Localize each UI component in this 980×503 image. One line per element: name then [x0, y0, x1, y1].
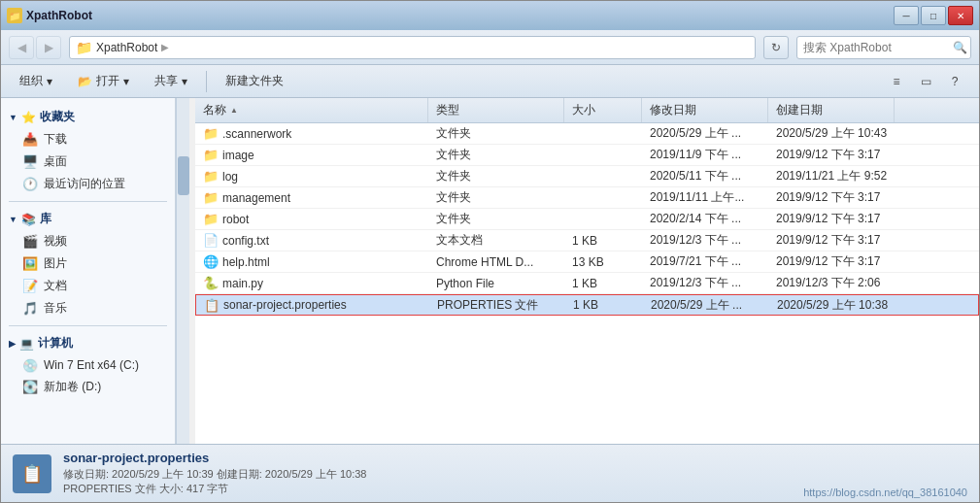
file-type-cell: 文件夹: [428, 187, 564, 208]
title-bar: 📁 XpathRobot ─ □ ✕: [1, 1, 979, 30]
open-button[interactable]: 📂 打开 ▾: [67, 69, 140, 94]
documents-label: 文档: [44, 278, 67, 294]
status-watermark: https://blog.csdn.net/qq_38161040: [803, 486, 967, 502]
drive-c-label: Win 7 Ent x64 (C:): [44, 358, 139, 372]
breadcrumb-arrow: ▶: [161, 42, 169, 52]
table-row[interactable]: 📁 image 文件夹 2019/11/9 下午 ... 2019/9/12 下…: [195, 145, 979, 166]
file-icon: 📁: [203, 148, 219, 163]
file-type-cell: 文本文档: [428, 230, 564, 251]
close-button[interactable]: ✕: [948, 6, 973, 25]
col-header-created[interactable]: 创建日期: [768, 98, 895, 122]
col-header-name[interactable]: 名称 ▲: [195, 98, 428, 122]
library-header[interactable]: ▼ 📚 库: [1, 208, 175, 230]
file-name-cell: 📁 management: [195, 187, 428, 208]
file-name-cell: 🐍 main.py: [195, 273, 428, 293]
new-folder-button[interactable]: 新建文件夹: [215, 69, 294, 94]
view-toggle-button[interactable]: ≡: [884, 70, 909, 93]
documents-icon: 📝: [22, 279, 38, 294]
file-name-cell: 📁 image: [195, 145, 428, 165]
search-box[interactable]: 🔍: [796, 36, 971, 59]
table-row[interactable]: 📁 robot 文件夹 2020/2/14 下午 ... 2019/9/12 下…: [195, 209, 979, 230]
table-row[interactable]: 📁 .scannerwork 文件夹 2020/5/29 上午 ... 2020…: [195, 123, 979, 145]
file-icon: 📄: [203, 233, 219, 249]
sidebar-item-desktop[interactable]: 🖥️ 桌面: [1, 151, 175, 173]
file-size-cell: 1 KB: [564, 230, 642, 251]
chevron-right-icon: ▼: [9, 215, 17, 224]
sidebar: ▼ ⭐ 收藏夹 📥 下载 🖥️ 桌面 🕐 最近访问的位置: [1, 98, 176, 444]
sidebar-item-drive-d[interactable]: 💽 新加卷 (D:): [1, 376, 175, 398]
file-name-cell: 📁 log: [195, 166, 428, 186]
window-title: XpathRobot: [26, 9, 92, 22]
chevron-right-icon-2: ▶: [9, 339, 16, 349]
downloads-icon: 📥: [22, 132, 38, 148]
table-row[interactable]: 🐍 main.py Python File 1 KB 2019/12/3 下午 …: [195, 273, 979, 294]
status-filename: sonar-project.properties: [63, 451, 792, 465]
refresh-button[interactable]: ↻: [763, 36, 789, 59]
file-icon: 📁: [203, 190, 219, 206]
col-header-size[interactable]: 大小: [564, 98, 642, 122]
table-row[interactable]: 📁 management 文件夹 2019/11/11 上午... 2019/9…: [195, 187, 979, 209]
sidebar-item-documents[interactable]: 📝 文档: [1, 275, 175, 297]
file-created-cell: 2020/5/29 上午 10:43: [768, 123, 895, 144]
file-icon: 🐍: [203, 276, 219, 291]
file-size-cell: [564, 166, 642, 186]
status-details-2: PROPERTIES 文件 大小: 417 字节: [63, 482, 792, 496]
col-header-type[interactable]: 类型: [428, 98, 564, 122]
drive-c-icon: 💿: [22, 357, 38, 373]
file-modified-cell: 2019/12/3 下午 ...: [642, 230, 768, 251]
toolbar-separator: [206, 71, 207, 92]
recent-label: 最近访问的位置: [44, 176, 125, 192]
sidebar-item-music[interactable]: 🎵 音乐: [1, 297, 175, 319]
pictures-icon: 🖼️: [22, 256, 38, 272]
table-row[interactable]: 📋 sonar-project.properties PROPERTIES 文件…: [195, 294, 979, 316]
table-row[interactable]: 📁 log 文件夹 2020/5/11 下午 ... 2019/11/21 上午…: [195, 166, 979, 187]
minimize-button[interactable]: ─: [894, 6, 919, 25]
favorites-section: ▼ ⭐ 收藏夹 📥 下载 🖥️ 桌面 🕐 最近访问的位置: [1, 106, 175, 195]
share-button[interactable]: 共享 ▾: [144, 69, 198, 94]
file-size-cell: 1 KB: [564, 273, 642, 293]
file-icon: 📋: [204, 297, 220, 313]
file-type-cell: 文件夹: [428, 123, 564, 144]
favorites-icon: ⭐: [21, 111, 36, 124]
organize-button[interactable]: 组织 ▾: [9, 69, 63, 94]
preview-pane-button[interactable]: ▭: [913, 70, 938, 93]
file-type-cell: PROPERTIES 文件: [429, 295, 565, 315]
search-input[interactable]: [803, 41, 949, 54]
file-created-cell: 2019/12/3 下午 2:06: [768, 273, 895, 293]
breadcrumb[interactable]: 📁 XpathRobot ▶: [69, 36, 756, 59]
open-label: 打开: [96, 73, 119, 89]
computer-label: 计算机: [38, 335, 73, 352]
sidebar-item-drive-c[interactable]: 💿 Win 7 Ent x64 (C:): [1, 354, 175, 376]
restore-button[interactable]: □: [921, 6, 946, 25]
sidebar-scroll-thumb[interactable]: [178, 156, 189, 195]
favorites-header[interactable]: ▼ ⭐ 收藏夹: [1, 106, 175, 128]
window-controls: ─ □ ✕: [894, 6, 973, 25]
library-icon: 📚: [21, 213, 36, 226]
sidebar-item-pictures[interactable]: 🖼️ 图片: [1, 252, 175, 275]
table-row[interactable]: 📄 config.txt 文本文档 1 KB 2019/12/3 下午 ... …: [195, 230, 979, 252]
file-created-cell: 2019/9/12 下午 3:17: [768, 209, 895, 229]
sidebar-item-downloads[interactable]: 📥 下载: [1, 128, 175, 151]
music-label: 音乐: [44, 300, 67, 317]
title-bar-left: 📁 XpathRobot: [7, 8, 92, 23]
table-row[interactable]: 🌐 help.html Chrome HTML D... 13 KB 2019/…: [195, 252, 979, 273]
help-button[interactable]: ?: [942, 70, 967, 93]
breadcrumb-text: XpathRobot: [96, 41, 157, 54]
col-header-modified[interactable]: 修改日期: [642, 98, 768, 122]
forward-button[interactable]: ▶: [36, 36, 61, 59]
file-list[interactable]: 📁 .scannerwork 文件夹 2020/5/29 上午 ... 2020…: [195, 123, 979, 444]
file-modified-cell: 2019/12/3 下午 ...: [642, 273, 768, 293]
sidebar-item-recent[interactable]: 🕐 最近访问的位置: [1, 173, 175, 195]
sidebar-item-videos[interactable]: 🎬 视频: [1, 230, 175, 252]
open-icon: 📂: [78, 75, 92, 88]
back-button[interactable]: ◀: [9, 36, 34, 59]
downloads-label: 下载: [44, 131, 67, 148]
file-created-cell: 2020/5/29 上午 10:38: [769, 295, 896, 315]
chevron-down-icon: ▼: [9, 113, 17, 122]
sidebar-scrollbar[interactable]: [176, 98, 189, 444]
nav-buttons: ◀ ▶: [9, 36, 61, 59]
file-name-cell: 📁 robot: [195, 209, 428, 229]
file-size-cell: [564, 187, 642, 208]
file-created-cell: 2019/9/12 下午 3:17: [768, 145, 895, 165]
computer-header[interactable]: ▶ 💻 计算机: [1, 332, 175, 354]
